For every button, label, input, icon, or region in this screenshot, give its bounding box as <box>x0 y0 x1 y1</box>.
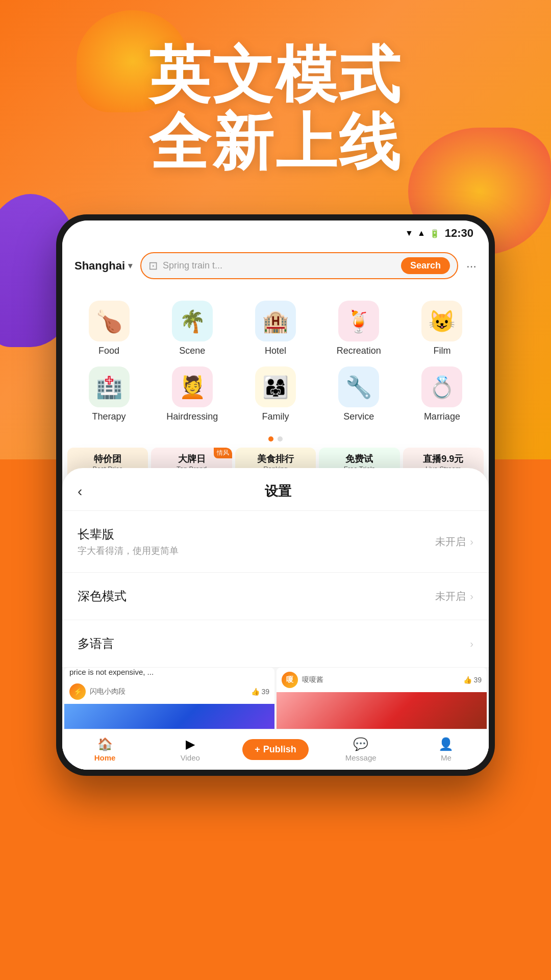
settings-item-darkmode-left: 深色模式 <box>78 588 435 604</box>
card-avatar-1: ⚡ <box>69 683 86 700</box>
phone-mockup: ▼ ▲ 🔋 12:30 Shanghai ▾ ⊡ Spring train t.… <box>56 214 495 776</box>
category-item-hotel[interactable]: 🏨 Hotel <box>234 296 317 361</box>
category-item-service[interactable]: 🔧 Service <box>317 361 400 427</box>
category-label-scene: Scene <box>179 346 205 356</box>
more-icon[interactable]: ··· <box>466 259 477 273</box>
dot-1 <box>268 436 273 442</box>
wifi-icon: ▼ <box>405 229 413 238</box>
category-label-hairdressing: Hairdressing <box>166 411 218 422</box>
signal-icon: ▲ <box>417 229 425 238</box>
category-item-hairdressing[interactable]: 💆 Hairdressing <box>151 361 234 427</box>
category-item-therapy[interactable]: 🏥 Therapy <box>67 361 151 427</box>
category-icon-recreation: 🍹 <box>338 301 379 341</box>
card-username-2: 嗄嗄酱 <box>302 675 459 684</box>
settings-item-elderly-right: 未开启 › <box>435 535 473 549</box>
search-button[interactable]: Search <box>401 257 450 274</box>
chevron-right-darkmode-icon: › <box>470 591 473 602</box>
settings-title: 设置 <box>82 482 473 500</box>
category-item-food[interactable]: 🍗 Food <box>67 296 151 361</box>
nav-me[interactable]: 👤 Me <box>404 737 489 762</box>
card-title-1: price is not expensive, ... <box>64 668 274 679</box>
category-icon-film: 😺 <box>421 301 462 341</box>
search-placeholder: Spring train t... <box>163 260 396 271</box>
top-bar: Shanghai ▾ ⊡ Spring train t... Search ··… <box>62 246 489 285</box>
nav-publish[interactable]: + Publish <box>233 739 318 760</box>
category-label-family: Family <box>262 411 289 422</box>
scan-icon: ⊡ <box>148 259 158 273</box>
settings-item-darkmode-right: 未开启 › <box>435 590 473 603</box>
category-icon-hairdressing: 💆 <box>172 366 213 407</box>
settings-item-language[interactable]: 多语言 › <box>62 620 489 668</box>
settings-header: ‹ 设置 <box>62 468 489 511</box>
category-item-recreation[interactable]: 🍹 Recreation <box>317 296 400 361</box>
hero-title: 英文模式 全新上线 <box>0 41 551 176</box>
category-item-marriage[interactable]: 💍 Marriage <box>400 361 484 427</box>
nav-message[interactable]: 💬 Message <box>318 737 404 762</box>
card-info-2: 嗄 嗄嗄酱 👍 39 <box>277 668 487 692</box>
status-bar: ▼ ▲ 🔋 12:30 <box>62 220 489 246</box>
banner-title-cn-0: 特价团 <box>94 453 121 465</box>
chevron-down-icon: ▾ <box>128 261 132 271</box>
search-bar[interactable]: ⊡ Spring train t... Search <box>140 252 458 279</box>
settings-item-elderly-title: 长辈版 <box>78 526 435 543</box>
category-icon-scene: 🌴 <box>172 301 213 341</box>
chevron-right-language-icon: › <box>470 638 473 650</box>
settings-item-language-title: 多语言 <box>78 635 470 652</box>
category-item-scene[interactable]: 🌴 Scene <box>151 296 234 361</box>
nav-video-label: Video <box>181 753 200 762</box>
plus-icon: + <box>255 744 260 755</box>
card-info-1: ⚡ 闪电小肉段 👍 39 <box>64 679 274 704</box>
category-item-family[interactable]: 👨‍👩‍👧 Family <box>234 361 317 427</box>
card-likes-2: 👍 39 <box>463 676 482 684</box>
settings-item-darkmode-title: 深色模式 <box>78 588 435 604</box>
publish-button[interactable]: + Publish <box>242 739 309 760</box>
banner-title-cn-4: 直播9.9元 <box>423 453 463 465</box>
settings-item-language-right: › <box>470 638 473 650</box>
category-icon-food: 🍗 <box>89 301 130 341</box>
chevron-right-icon: › <box>470 536 473 548</box>
settings-panel: ‹ 设置 长辈版 字大看得清，使用更简单 未开启 › 深色模式 未开启 <box>62 468 489 770</box>
category-icon-service: 🔧 <box>338 366 379 407</box>
nav-home[interactable]: 🏠 Home <box>62 737 147 762</box>
bottom-nav: 🏠 Home ▶ Video + Publish 💬 Message <box>62 729 489 770</box>
settings-item-elderly-sub: 字大看得清，使用更简单 <box>78 545 435 557</box>
category-label-food: Food <box>98 346 119 356</box>
settings-item-elderly[interactable]: 长辈版 字大看得清，使用更简单 未开启 › <box>62 511 489 573</box>
settings-darkmode-status: 未开启 <box>435 590 466 603</box>
category-icon-therapy: 🏥 <box>89 366 130 407</box>
hero-section: 英文模式 全新上线 <box>0 41 551 176</box>
settings-item-darkmode[interactable]: 深色模式 未开启 › <box>62 573 489 620</box>
page-dots <box>62 432 489 448</box>
category-label-hotel: Hotel <box>265 346 286 356</box>
category-icon-hotel: 🏨 <box>255 301 296 341</box>
category-icon-marriage: 💍 <box>421 366 462 407</box>
settings-elderly-status: 未开启 <box>435 535 466 549</box>
settings-item-elderly-left: 长辈版 字大看得清，使用更简单 <box>78 526 435 557</box>
nav-home-label: Home <box>94 753 116 762</box>
category-icon-family: 👨‍👩‍👧 <box>255 366 296 407</box>
nav-me-label: Me <box>441 753 452 762</box>
message-icon: 💬 <box>353 737 368 751</box>
nav-video[interactable]: ▶ Video <box>147 737 233 762</box>
category-label-service: Service <box>343 411 374 422</box>
category-label-therapy: Therapy <box>92 411 126 422</box>
back-button[interactable]: ‹ <box>78 483 82 500</box>
settings-item-language-left: 多语言 <box>78 635 470 652</box>
category-section: 🍗 Food 🌴 Scene 🏨 Hotel 🍹 Recreation 😺 Fi… <box>62 285 489 432</box>
card-username-1: 闪电小肉段 <box>90 687 247 696</box>
banner-title-cn-2: 美食排行 <box>257 453 294 465</box>
category-label-recreation: Recreation <box>337 346 381 356</box>
status-icons: ▼ ▲ 🔋 <box>405 229 440 238</box>
category-grid: 🍗 Food 🌴 Scene 🏨 Hotel 🍹 Recreation 😺 Fi… <box>67 296 484 427</box>
card-likes-1: 👍 39 <box>251 688 269 696</box>
nav-message-label: Message <box>345 753 377 762</box>
location-button[interactable]: Shanghai ▾ <box>74 259 132 273</box>
category-item-film[interactable]: 😺 Film <box>400 296 484 361</box>
banner-title-cn-1: 大牌日 <box>178 453 206 465</box>
me-icon: 👤 <box>438 737 454 751</box>
card-avatar-2: 嗄 <box>282 672 298 688</box>
home-icon: 🏠 <box>97 737 113 751</box>
publish-label: Publish <box>263 744 296 755</box>
banner-tag-1: 情风 <box>214 448 232 458</box>
status-time: 12:30 <box>445 227 473 240</box>
